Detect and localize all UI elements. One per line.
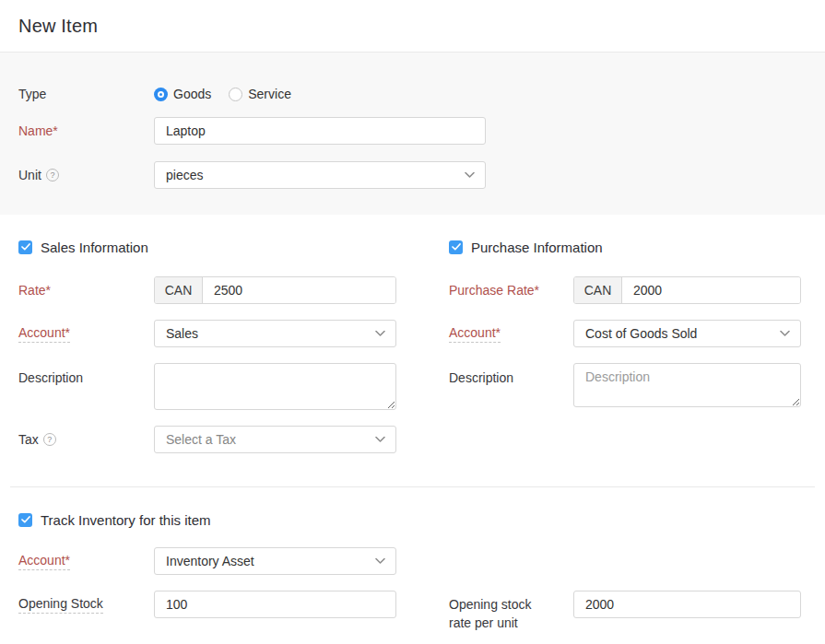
page-title: New Item bbox=[18, 16, 98, 37]
opening-stock-rate-pair: Opening stock rate per unit bbox=[449, 591, 801, 632]
opening-stock-pair: Opening Stock bbox=[18, 591, 396, 618]
purchase-description-row: Description bbox=[449, 363, 801, 407]
help-icon[interactable]: ? bbox=[43, 433, 56, 446]
sales-account-value: Sales bbox=[166, 326, 198, 341]
purchase-column: Purchase Information Purchase Rate* CAN … bbox=[449, 240, 801, 453]
checkbox-checked-icon[interactable] bbox=[18, 513, 32, 527]
unit-label: Unit ? bbox=[18, 168, 154, 182]
sales-tax-row: Tax ? Select a Tax bbox=[18, 426, 396, 453]
radio-service-label[interactable]: Service bbox=[248, 87, 291, 101]
sales-rate-input[interactable] bbox=[203, 277, 395, 303]
currency-prefix: CAN bbox=[155, 277, 203, 303]
sales-rate-group: CAN bbox=[154, 276, 396, 304]
type-row: Type Goods Service bbox=[18, 80, 825, 108]
purchase-account-select[interactable]: Cost of Goods Sold bbox=[573, 320, 801, 347]
type-label: Type bbox=[18, 87, 154, 101]
purchase-account-row: Account* Cost of Goods Sold bbox=[449, 320, 801, 347]
sales-info-toggle[interactable]: Sales Information bbox=[18, 240, 396, 254]
track-inventory-toggle[interactable]: Track Inventory for this item bbox=[18, 512, 825, 527]
help-icon[interactable]: ? bbox=[46, 169, 59, 181]
purchase-description-textarea[interactable] bbox=[573, 363, 801, 407]
opening-stock-row: Opening Stock Opening stock rate per uni… bbox=[18, 591, 825, 632]
unit-select-value: pieces bbox=[166, 168, 203, 182]
purchase-info-label[interactable]: Purchase Information bbox=[471, 240, 603, 255]
sales-account-row: Account* Sales bbox=[18, 320, 396, 347]
inventory-account-label: Account* bbox=[18, 553, 154, 570]
sales-description-label: Description bbox=[18, 370, 154, 385]
page-header: New Item bbox=[0, 0, 825, 53]
purchase-info-toggle[interactable]: Purchase Information bbox=[449, 240, 801, 254]
sales-account-select[interactable]: Sales bbox=[154, 320, 396, 347]
purchase-rate-group: CAN bbox=[573, 276, 801, 304]
name-input[interactable] bbox=[154, 117, 486, 145]
purchase-account-label: Account* bbox=[449, 325, 573, 343]
name-label: Name* bbox=[18, 123, 154, 138]
inventory-section: Track Inventory for this item Account* I… bbox=[0, 487, 825, 632]
sales-description-textarea[interactable] bbox=[154, 363, 396, 410]
inventory-account-select[interactable]: Inventory Asset bbox=[154, 547, 396, 575]
currency-prefix: CAN bbox=[574, 277, 622, 303]
type-radio-group: Goods Service bbox=[154, 87, 291, 101]
sales-tax-label: Tax ? bbox=[18, 432, 154, 447]
checkbox-checked-icon[interactable] bbox=[18, 240, 32, 254]
inventory-account-row: Account* Inventory Asset bbox=[18, 547, 825, 575]
radio-option-service[interactable]: Service bbox=[229, 87, 291, 101]
purchase-rate-row: Purchase Rate* CAN bbox=[449, 276, 801, 304]
sales-info-label[interactable]: Sales Information bbox=[41, 240, 148, 255]
sales-tax-placeholder: Select a Tax bbox=[166, 432, 236, 447]
opening-stock-input[interactable] bbox=[154, 591, 396, 618]
checkbox-checked-icon[interactable] bbox=[449, 240, 463, 254]
chevron-down-icon bbox=[375, 558, 385, 565]
unit-select[interactable]: pieces bbox=[154, 161, 486, 189]
radio-unselected-icon[interactable] bbox=[229, 88, 242, 101]
sales-purchase-section: Sales Information Rate* CAN Account* Sal… bbox=[0, 215, 825, 453]
chevron-down-icon bbox=[375, 437, 385, 443]
sales-tax-select[interactable]: Select a Tax bbox=[154, 426, 396, 453]
sales-rate-row: Rate* CAN bbox=[18, 276, 396, 304]
track-inventory-label[interactable]: Track Inventory for this item bbox=[41, 512, 211, 528]
purchase-rate-label: Purchase Rate* bbox=[449, 283, 573, 298]
radio-goods-label[interactable]: Goods bbox=[173, 87, 211, 101]
purchase-account-value: Cost of Goods Sold bbox=[585, 326, 697, 341]
opening-stock-rate-label: Opening stock rate per unit bbox=[449, 595, 573, 632]
radio-option-goods[interactable]: Goods bbox=[154, 87, 211, 101]
chevron-down-icon bbox=[780, 331, 790, 337]
opening-stock-rate-input[interactable] bbox=[573, 591, 801, 618]
inventory-account-value: Inventory Asset bbox=[166, 554, 254, 568]
radio-selected-icon[interactable] bbox=[154, 88, 168, 101]
sales-column: Sales Information Rate* CAN Account* Sal… bbox=[18, 240, 396, 453]
sales-rate-label: Rate* bbox=[18, 283, 154, 298]
item-basic-section: Type Goods Service Name* Unit ? pieces bbox=[0, 53, 825, 215]
chevron-down-icon bbox=[375, 331, 385, 337]
purchase-description-label: Description bbox=[449, 370, 573, 385]
purchase-rate-input[interactable] bbox=[622, 277, 800, 303]
chevron-down-icon bbox=[465, 172, 475, 179]
opening-stock-label: Opening Stock bbox=[18, 596, 154, 614]
name-row: Name* bbox=[18, 117, 825, 145]
sales-account-label: Account* bbox=[18, 325, 154, 343]
unit-row: Unit ? pieces bbox=[18, 161, 825, 189]
sales-description-row: Description bbox=[18, 363, 396, 410]
